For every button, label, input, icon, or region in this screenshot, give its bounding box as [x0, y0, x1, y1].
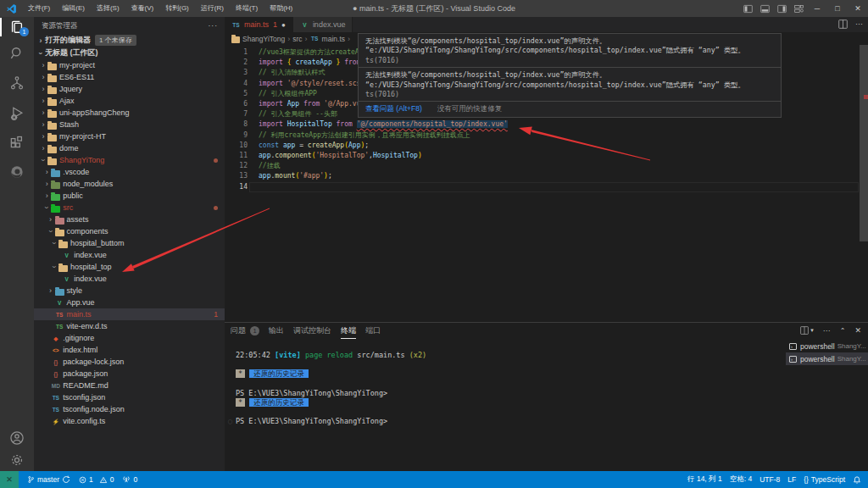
- terminal-session-1[interactable]: ›powershellShangY...: [786, 352, 868, 365]
- indentation[interactable]: 空格: 4: [730, 474, 752, 485]
- toggle-sidebar-icon[interactable]: [743, 4, 753, 14]
- panel-tab-调试控制台[interactable]: 调试控制台: [293, 323, 331, 339]
- tree-file-tsconfig.json[interactable]: TStsconfig.json: [34, 391, 225, 403]
- menu-4[interactable]: 转到(G): [159, 0, 195, 17]
- tree-file-package-lock.json[interactable]: {}package-lock.json: [34, 356, 225, 368]
- toggle-secondary-sidebar-icon[interactable]: [777, 4, 787, 14]
- git-branch-item[interactable]: master: [27, 475, 70, 484]
- menu-2[interactable]: 选择(S): [91, 0, 125, 17]
- error-hover-tooltip: 无法找到模块“@/components/hospital_top/index.v…: [358, 33, 782, 118]
- explorer-more-icon[interactable]: ···: [209, 21, 219, 30]
- status-bar: ✕ master 1 0 0 行 14, 列 1 空格: 4 UTF-8 LF …: [0, 471, 868, 488]
- run-debug-icon[interactable]: [0, 101, 34, 126]
- close-button[interactable]: ✕: [848, 0, 868, 17]
- split-editor-icon[interactable]: [838, 19, 848, 29]
- tree-folder-ShangYiTong[interactable]: ›ShangYiTong: [34, 154, 225, 166]
- tree-folder-ES6-ES11[interactable]: ›ES6-ES11: [34, 71, 225, 83]
- tree-folder-Jquery[interactable]: ›Jquery: [34, 83, 225, 95]
- tree-folder-public[interactable]: ›public: [34, 190, 225, 202]
- tree-folder-my-project[interactable]: ›my-project: [34, 59, 225, 71]
- sync-icon: [62, 475, 70, 484]
- problems-item[interactable]: 1 0: [79, 475, 114, 484]
- tree-folder-.vscode[interactable]: ›.vscode: [34, 166, 225, 178]
- tree-file-package.json[interactable]: {}package.json: [34, 368, 225, 380]
- panel-maximize-icon[interactable]: ⌃: [840, 327, 846, 335]
- settings-gear-icon[interactable]: [0, 447, 34, 473]
- eol[interactable]: LF: [787, 475, 796, 484]
- panel-close-icon[interactable]: ✕: [854, 326, 861, 335]
- terminal-profile-dropdown-icon[interactable]: ▾: [810, 327, 814, 334]
- edge-tools-icon[interactable]: [0, 159, 34, 185]
- tree-file-vite.config.ts[interactable]: ⚡vite.config.ts: [34, 415, 225, 427]
- remote-indicator[interactable]: ✕: [0, 471, 19, 488]
- tree-file-tsconfig.node.json[interactable]: TStsconfig.node.json: [34, 403, 225, 415]
- menu-6[interactable]: 终端(T): [230, 0, 264, 17]
- breadcrumb[interactable]: ShangYiTong› src› TS main.ts›: [231, 32, 350, 45]
- tree-file-vite-env.d.ts[interactable]: TSvite-env.d.ts: [34, 320, 225, 332]
- split-terminal-icon[interactable]: [800, 326, 809, 335]
- tree-file-main.ts[interactable]: TSmain.ts1: [34, 308, 225, 320]
- source-control-icon[interactable]: [0, 70, 34, 96]
- tree-folder-Stash[interactable]: ›Stash: [34, 119, 225, 130]
- tab-main.ts[interactable]: TSmain.ts1●: [225, 17, 293, 32]
- menu-1[interactable]: 编辑(E): [56, 0, 91, 17]
- tree-folder-components[interactable]: ›components: [34, 225, 225, 237]
- ports-item[interactable]: 0: [122, 475, 137, 484]
- notifications-bell-icon[interactable]: [853, 475, 861, 484]
- panel-tabs: 问题1输出调试控制台终端端口: [231, 323, 390, 339]
- radio-tower-icon: [122, 475, 131, 484]
- toggle-panel-icon[interactable]: [760, 4, 770, 14]
- search-icon[interactable]: [0, 41, 34, 66]
- tree-folder-node_modules[interactable]: ›node_modules: [34, 178, 225, 190]
- language-mode[interactable]: {} TypeScript: [804, 475, 845, 484]
- menu-5[interactable]: 运行(R): [195, 0, 230, 17]
- tree-folder-hospital_buttom[interactable]: ›hospital_buttom: [34, 237, 225, 249]
- panel-tab-端口[interactable]: 端口: [365, 323, 381, 339]
- explorer-icon[interactable]: 1: [0, 14, 34, 40]
- vscode-logo-icon: [6, 3, 17, 14]
- menu-3[interactable]: 查看(V): [125, 0, 160, 17]
- open-editors-section[interactable]: › 打开的编辑器 1 个未保存: [34, 34, 225, 47]
- tree-folder-dome[interactable]: ›dome: [34, 142, 225, 154]
- window-title: ● main.ts - 无标题 (工作区) - Visual Studio Co…: [353, 0, 515, 17]
- customize-layout-icon[interactable]: [794, 4, 804, 14]
- explorer-title: 资源管理器: [42, 21, 78, 30]
- editor-more-icon[interactable]: ···: [855, 19, 863, 29]
- tree-folder-my-projrct-HT[interactable]: ›my-projrct-HT: [34, 130, 225, 142]
- warnings-icon: [99, 476, 108, 484]
- tree-folder-Ajax[interactable]: ›Ajax: [34, 95, 225, 107]
- tree-file-App.vue[interactable]: VApp.vue: [34, 297, 225, 308]
- bottom-panel: 问题1输出调试控制台终端端口 ▾ ··· ⌃ ✕ 22:05:42 [vite]…: [225, 322, 868, 471]
- tree-file-.gitignore[interactable]: ◆.gitignore: [34, 332, 225, 344]
- panel-tab-输出[interactable]: 输出: [269, 323, 284, 339]
- tree-file-index.html[interactable]: <>index.html: [34, 344, 225, 356]
- branch-icon: [27, 475, 35, 484]
- explorer-badge: 1: [19, 27, 29, 36]
- tree-file-index.vue[interactable]: Vindex.vue: [34, 249, 225, 261]
- editor-scrollbar[interactable]: [860, 45, 868, 241]
- title-bar: 文件(F)编辑(E)选择(S)查看(V)转到(G)运行(R)终端(T)帮助(H)…: [0, 0, 868, 17]
- explorer-sidebar: 资源管理器 ··· › 打开的编辑器 1 个未保存 › 无标题 (工作区) ›m…: [34, 17, 225, 471]
- extensions-icon[interactable]: [0, 130, 34, 156]
- view-problem-link[interactable]: 查看问题 (Alt+F8): [365, 104, 422, 114]
- panel-tab-终端[interactable]: 终端: [341, 323, 356, 339]
- tree-folder-src[interactable]: ›src: [34, 202, 225, 214]
- tree-file-index.vue[interactable]: Vindex.vue: [34, 273, 225, 285]
- menu-7[interactable]: 帮助(H): [264, 0, 298, 17]
- maximize-button[interactable]: □: [827, 0, 848, 17]
- workspace-section[interactable]: › 无标题 (工作区): [34, 47, 225, 59]
- tree-folder-hospital_top[interactable]: ›hospital_top: [34, 261, 225, 273]
- encoding[interactable]: UTF-8: [760, 475, 780, 484]
- panel-more-icon[interactable]: ···: [823, 326, 831, 335]
- terminal-session-0[interactable]: ›powershellShangY...: [786, 340, 868, 352]
- cursor-position[interactable]: 行 14, 列 1: [687, 474, 722, 485]
- overview-error-marker: [864, 95, 868, 99]
- tab-index.vue[interactable]: Vindex.vue: [293, 17, 353, 32]
- panel-tab-问题[interactable]: 问题1: [231, 323, 259, 339]
- tree-folder-assets[interactable]: ›assets: [34, 214, 225, 225]
- tree-folder-uni-appShangCheng[interactable]: ›uni-appShangCheng: [34, 107, 225, 119]
- tree-folder-style[interactable]: ›style: [34, 285, 225, 297]
- minimize-button[interactable]: ─: [807, 0, 827, 17]
- tree-file-README.md[interactable]: MDREADME.md: [34, 380, 225, 391]
- errors-icon: [79, 476, 86, 484]
